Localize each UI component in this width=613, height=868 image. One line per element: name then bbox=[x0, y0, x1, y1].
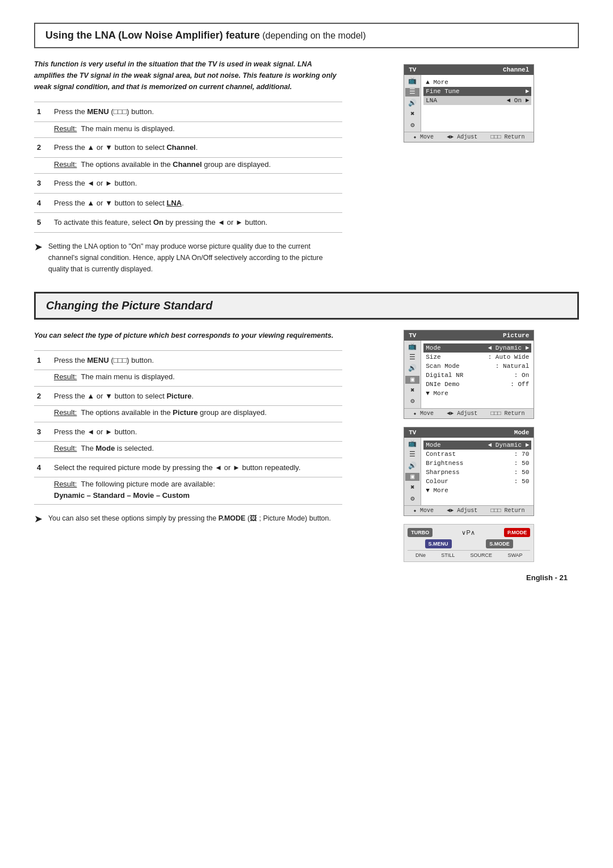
result-content: Result: The following picture mode are a… bbox=[51, 477, 342, 505]
note-text: You can also set these options simply by… bbox=[48, 513, 331, 524]
tv-icon-mute: ✖ bbox=[410, 484, 414, 492]
step-content: Press the ▲ or ▼ button to select Pictur… bbox=[51, 386, 342, 406]
result-content: Result: The main menu is displayed. bbox=[51, 370, 342, 387]
tv-row-dniedemo: DNIe Demo : Off bbox=[426, 380, 529, 389]
result-label: Result: bbox=[54, 124, 77, 133]
step-number: 2 bbox=[34, 138, 51, 158]
tv-ui-sidebar: 📺 ☰ 🔊 ✖ ⚙ bbox=[404, 75, 421, 132]
picture-intro: You can select the type of picture which… bbox=[34, 330, 342, 341]
table-row: 5 To activate this feature, select On by… bbox=[34, 213, 342, 233]
picture-label: Picture bbox=[503, 332, 529, 339]
tv-icon-settings: ⚙ bbox=[410, 397, 414, 405]
tv-row-size: Size : Auto Wide bbox=[426, 353, 529, 362]
table-row: 4 Select the required picture mode by pr… bbox=[34, 458, 342, 477]
smenu-button[interactable]: S.MENU bbox=[425, 539, 452, 548]
tv-label: TV bbox=[409, 332, 416, 339]
tv-icon-channel: ☰ bbox=[405, 88, 419, 96]
tv-ui-footer: ⬥ Move ◄► Adjust □□□ Return bbox=[404, 132, 534, 142]
tv-ui-body: 📺 ☰ 🔊 ✖ ⚙ ▲ More Fine Tune ► bbox=[404, 75, 534, 132]
swap-btn[interactable]: SWAP bbox=[507, 552, 522, 558]
result-label: Result: bbox=[54, 444, 77, 452]
table-row: 1 Press the MENU (□□□) button. bbox=[34, 350, 342, 370]
tv-icon-mute: ✖ bbox=[410, 110, 414, 118]
picture-note: ➤ You can also set these options simply … bbox=[34, 513, 342, 527]
tv-row-more: ▼ More bbox=[426, 389, 529, 398]
tv-icon-sound: 🔊 bbox=[408, 462, 417, 470]
result-content: Result: The options available in the Pic… bbox=[51, 406, 342, 422]
still-btn[interactable]: STILL bbox=[441, 552, 455, 558]
footer-move: ⬥ Move bbox=[413, 134, 434, 140]
table-row: Result: The following picture mode are a… bbox=[34, 477, 342, 505]
modes-text: Dynamic – Standard – Movie – Custom bbox=[54, 491, 190, 500]
tv-ui-header: TV Picture bbox=[404, 330, 534, 341]
tv-icon-antenna: 📺 bbox=[408, 343, 417, 351]
tv-row-mode: Mode ◄ Dynamic ► bbox=[423, 441, 531, 450]
step-content: Press the ◄ or ► button. bbox=[51, 174, 342, 194]
tv-icon-mute: ✖ bbox=[410, 387, 414, 395]
tv-ui-mode: TV Mode 📺 ☰ 🔊 ▣ ✖ ⚙ Mode bbox=[404, 427, 534, 516]
tv-icon-channel: ☰ bbox=[409, 451, 415, 459]
result-content: Result: The Mode is selected. bbox=[51, 442, 342, 458]
note-arrow-icon: ➤ bbox=[34, 511, 43, 527]
tv-row-colour: Colour : 50 bbox=[426, 477, 529, 486]
table-row: Result: The main menu is displayed. bbox=[34, 121, 342, 138]
turbo-button[interactable]: TURBO bbox=[408, 528, 433, 537]
tv-label: TV bbox=[409, 429, 416, 436]
footer-adjust: ◄► Adjust bbox=[447, 508, 477, 514]
table-row: 1 Press the MENU (□□□) button. bbox=[34, 102, 342, 122]
table-row: 3 Press the ◄ or ► button. bbox=[34, 422, 342, 442]
tv-row-more: ▲ More bbox=[426, 78, 529, 87]
step-number: 3 bbox=[34, 174, 51, 194]
tv-row-finetune: Fine Tune ► bbox=[423, 87, 531, 96]
pmode-button[interactable]: P.MODE bbox=[504, 528, 530, 537]
tv-ui-header: TV Mode bbox=[404, 427, 534, 438]
tv-row-contrast: Contrast : 70 bbox=[426, 450, 529, 459]
tv-ui-picture: TV Picture 📺 ☰ 🔊 ▣ ✖ ⚙ Mode bbox=[404, 330, 534, 419]
picture-section: Changing the Picture Standard You can se… bbox=[34, 292, 579, 563]
source-btn[interactable]: SOURCE bbox=[471, 552, 493, 558]
table-row: 2 Press the ▲ or ▼ button to select Pict… bbox=[34, 386, 342, 406]
lna-note: ➤ Setting the LNA option to "On" may pro… bbox=[34, 241, 342, 275]
tv-row-mode: Mode ◄ Dynamic ► bbox=[423, 343, 531, 353]
tv-icon-picture: ▣ bbox=[405, 376, 419, 384]
mode-label: Mode bbox=[514, 429, 529, 436]
step-content: Press the MENU (□□□) button. bbox=[51, 102, 342, 122]
lna-title-bold: Using the LNA (Low Noise Amplifier) feat… bbox=[45, 30, 260, 41]
step-content: Press the ▲ or ▼ button to select LNA. bbox=[51, 193, 342, 213]
result-label: Result: bbox=[54, 408, 77, 417]
tv-label: TV bbox=[409, 66, 416, 73]
tv-ui-footer: ⬥ Move ◄► Adjust □□□ Return bbox=[404, 408, 534, 418]
page-footer: English - 21 bbox=[34, 573, 579, 582]
page-number: English - 21 bbox=[526, 573, 568, 582]
tv-icon-channel: ☰ bbox=[409, 354, 415, 362]
smode-button[interactable]: S.MODE bbox=[486, 539, 513, 548]
picture-title: Changing the Picture Standard bbox=[46, 299, 212, 312]
tv-ui-footer: ⬥ Move ◄► Adjust □□□ Return bbox=[404, 505, 534, 515]
lna-title-box: Using the LNA (Low Noise Amplifier) feat… bbox=[34, 23, 579, 48]
tv-ui-header: TV Channel bbox=[404, 65, 534, 75]
picture-right-content: TV Picture 📺 ☰ 🔊 ▣ ✖ ⚙ Mode bbox=[359, 330, 580, 563]
step-number: 2 bbox=[34, 386, 51, 406]
step-content: Select the required picture mode by pres… bbox=[51, 458, 342, 477]
tv-icon-settings: ⚙ bbox=[410, 495, 414, 503]
note-text: Setting the LNA option to "On" may produ… bbox=[48, 241, 342, 275]
tv-row-digitalnr: Digital NR : On bbox=[426, 371, 529, 380]
table-row: 2 Press the ▲ or ▼ button to select Chan… bbox=[34, 138, 342, 158]
lna-right-content: TV Channel 📺 ☰ 🔊 ✖ ⚙ ▲ More bbox=[359, 58, 580, 275]
channel-label: Channel bbox=[503, 66, 529, 73]
footer-return: □□□ Return bbox=[491, 508, 525, 514]
lna-section: Using the LNA (Low Noise Amplifier) feat… bbox=[34, 23, 579, 275]
step-number: 5 bbox=[34, 213, 51, 233]
step-number: 4 bbox=[34, 193, 51, 213]
footer-return: □□□ Return bbox=[491, 134, 525, 140]
tv-ui-sidebar: 📺 ☰ 🔊 ▣ ✖ ⚙ bbox=[404, 341, 421, 408]
tv-row-sharpness: Sharpness : 50 bbox=[426, 468, 529, 477]
dne-btn[interactable]: DNe bbox=[415, 552, 426, 558]
tv-row-more: ▼ More bbox=[426, 486, 529, 495]
tv-icon-antenna: 📺 bbox=[408, 77, 417, 85]
table-row: Result: The options available in the Pic… bbox=[34, 406, 342, 422]
tv-ui-channel: TV Channel 📺 ☰ 🔊 ✖ ⚙ ▲ More bbox=[404, 64, 534, 142]
footer-adjust: ◄► Adjust bbox=[447, 134, 477, 140]
lna-left-content: This function is very useful in the situ… bbox=[34, 58, 342, 275]
lna-title-normal: (depending on the model) bbox=[260, 31, 366, 40]
